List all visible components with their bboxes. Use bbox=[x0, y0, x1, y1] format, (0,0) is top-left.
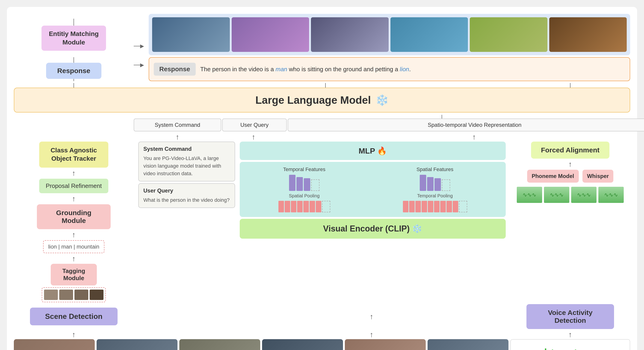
spatial-features-text: Spatial Features bbox=[416, 166, 454, 172]
forced-alignment-label: Forced Alignment bbox=[541, 146, 600, 154]
temp-feat-bar-3 bbox=[304, 178, 310, 191]
spatial-feature-bars bbox=[420, 175, 450, 191]
spatial-pooling-label: Spatial Pooling bbox=[289, 193, 320, 198]
arrow-up-visual-encoder: ↑ bbox=[370, 313, 374, 320]
t-pink-bar-3 bbox=[291, 201, 296, 212]
grounding-label: Grounding Module bbox=[56, 209, 91, 224]
t-pink-bar-1 bbox=[278, 201, 284, 212]
bottom-frame-4 bbox=[262, 339, 343, 350]
temporal-features-label: Temporal Features bbox=[283, 166, 325, 172]
user-query-title: User Query bbox=[143, 188, 230, 194]
temp-feat-bar-dashed bbox=[311, 180, 320, 191]
visual-encoder-box: Visual Encoder (CLIP) ❄️ bbox=[240, 219, 506, 239]
s-pink-bar-4 bbox=[422, 201, 427, 212]
response-grey-label: Response bbox=[154, 63, 196, 76]
mlp-label: MLP bbox=[359, 146, 375, 155]
response-text-label: Response bbox=[159, 66, 190, 73]
video-thumb-6 bbox=[549, 17, 627, 52]
llm-section: Large Language Model ❄️ bbox=[14, 88, 630, 112]
arrow-up-proposal: ↑ bbox=[72, 170, 76, 177]
system-cmd-body-text: You are PG-Video-LLaVA, a large vision l… bbox=[143, 156, 221, 176]
input-label-spatiotemporal: Spatio-temporal Video Representation bbox=[288, 118, 644, 132]
response-main-area: Response The person in the video is a ma… bbox=[149, 57, 630, 81]
visual-encoder-label: Visual Encoder (CLIP) bbox=[323, 224, 410, 233]
center-left-column: System Command You are PG-Video-LLaVA, a… bbox=[138, 142, 235, 208]
arrow-right-response: ▶ bbox=[140, 62, 144, 68]
input-label-user-query: User Query bbox=[222, 118, 287, 132]
spat-feat-bar-2 bbox=[427, 177, 434, 191]
temporal-features-group: Temporal Features Spatial Pooling bbox=[278, 166, 330, 212]
temporal-feature-bars bbox=[289, 175, 320, 191]
center-main-column: MLP 🔥 Temporal Features bbox=[240, 142, 506, 239]
temporal-pooling-text: Temporal Pooling bbox=[417, 193, 453, 198]
t-pink-bar-6 bbox=[310, 201, 315, 212]
grounding-box: Grounding Module bbox=[37, 204, 111, 229]
audio-wave-2 bbox=[544, 187, 569, 203]
user-query-body: What is the person in the video doing? bbox=[143, 196, 230, 204]
arrow-up-tagging-left: ↑ bbox=[72, 255, 76, 262]
s-pink-bar-9 bbox=[453, 201, 458, 212]
class-agnostic-box: Class Agnostic Object Tracker bbox=[39, 142, 108, 168]
response-end: . bbox=[409, 66, 411, 73]
s-pink-bar-6 bbox=[434, 201, 440, 212]
video-thumb-2 bbox=[232, 17, 309, 52]
arrow-right-entity: ▶ bbox=[140, 43, 144, 49]
small-thumb-3 bbox=[74, 290, 88, 300]
s-pink-bar-1 bbox=[403, 201, 408, 212]
arrow-up-visual-frames: ↑ bbox=[370, 331, 374, 338]
llm-snowflake-icon: ❄️ bbox=[376, 94, 388, 106]
phoneme-box: Phoneme Model bbox=[527, 170, 579, 182]
audio-wave-1 bbox=[517, 187, 542, 203]
scene-detection-label: Scene Detection bbox=[45, 312, 102, 320]
response-text-area: The person in the video is a man who is … bbox=[200, 65, 411, 74]
mlp-fire-icon: 🔥 bbox=[377, 146, 387, 155]
phoneme-label: Phoneme Model bbox=[532, 173, 574, 179]
svg-rect-10 bbox=[545, 348, 546, 350]
bottom-frame-6 bbox=[428, 339, 508, 350]
s-pink-bar-2 bbox=[409, 201, 415, 212]
bottom-frame-5 bbox=[345, 339, 426, 350]
whisper-label: Whisper bbox=[587, 173, 609, 179]
arrow-up-vad-to-audio: ↑ bbox=[568, 331, 572, 338]
s-pink-bar-7 bbox=[440, 201, 446, 212]
forced-alignment-box: Forced Alignment bbox=[531, 142, 610, 159]
spat-feat-bar-dashed bbox=[442, 180, 450, 191]
entities-text: lion | man | mountain bbox=[48, 244, 99, 250]
response-prefix: The person in the video is a bbox=[200, 66, 276, 73]
arrow-up-scene-to-frames: ↑ bbox=[72, 331, 76, 338]
llm-title: Large Language Model bbox=[256, 94, 371, 106]
vad-label: Voice Activity Detection bbox=[548, 309, 592, 324]
small-thumb-4 bbox=[90, 290, 104, 300]
spatial-features-label: Spatial Features bbox=[416, 166, 454, 172]
t-pink-bar-5 bbox=[303, 201, 309, 212]
vad-box: Voice Activity Detection bbox=[526, 304, 614, 329]
arrow-up-system-cmd: ↑ bbox=[176, 133, 179, 141]
audio-waveform-svg bbox=[517, 344, 623, 350]
bottom-audio-waveform bbox=[510, 339, 630, 350]
response-lion-word: lion bbox=[400, 66, 409, 73]
system-cmd-box: System Command You are PG-Video-LLaVA, a… bbox=[138, 142, 235, 182]
right-column: Forced Alignment ↑ Phoneme Model Whisper bbox=[510, 142, 630, 205]
user-query-body-text: What is the person in the video doing? bbox=[143, 197, 230, 203]
input-spatiotemporal-text: Spatio-temporal Video Representation bbox=[428, 122, 522, 128]
video-thumb-4 bbox=[390, 17, 468, 52]
s-pink-bar-dashed bbox=[459, 201, 467, 212]
spatial-pooling-text: Spatial Pooling bbox=[289, 193, 320, 198]
entity-matching-label: Entitiy Matching Module bbox=[49, 30, 99, 46]
system-cmd-body: You are PG-Video-LLaVA, a large vision l… bbox=[143, 154, 230, 177]
user-query-title-text: User Query bbox=[143, 188, 173, 194]
class-agnostic-label: Class Agnostic Object Tracker bbox=[50, 147, 97, 162]
bottom-frame-3 bbox=[179, 339, 260, 350]
proposal-box: Proposal Refinement bbox=[39, 179, 108, 193]
spatial-pink-bars bbox=[403, 201, 467, 212]
temp-feat-bar-2 bbox=[296, 177, 303, 191]
bottom-frame-2 bbox=[96, 339, 178, 350]
t-pink-bar-2 bbox=[285, 201, 290, 212]
spatial-features-group: Spatial Features Temporal Pooling bbox=[403, 166, 467, 212]
features-section: Temporal Features Spatial Pooling bbox=[240, 162, 506, 217]
tagging-label: Tagging Module bbox=[62, 268, 85, 282]
visual-encoder-snowflake-icon: ❄️ bbox=[412, 224, 422, 233]
temporal-pooling-label: Temporal Pooling bbox=[417, 193, 453, 198]
video-thumbnails-row bbox=[149, 14, 630, 55]
video-thumb-5 bbox=[470, 17, 548, 52]
